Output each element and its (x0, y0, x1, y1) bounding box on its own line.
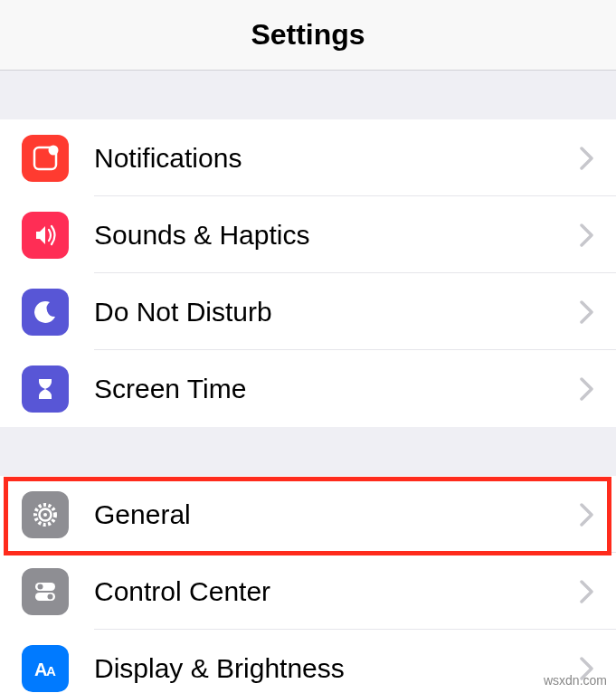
chevron-right-icon (580, 299, 594, 325)
row-do-not-disturb[interactable]: Do Not Disturb (0, 273, 616, 350)
toggle-icon (22, 568, 69, 615)
svg-point-6 (38, 584, 43, 589)
notifications-icon (22, 135, 69, 182)
gear-icon (22, 491, 69, 538)
row-label: Control Center (94, 576, 580, 607)
row-label: Display & Brightness (94, 653, 580, 684)
chevron-right-icon (580, 223, 594, 248)
row-screen-time[interactable]: Screen Time (0, 350, 616, 427)
svg-point-4 (43, 513, 47, 517)
svg-text:A: A (46, 663, 56, 679)
row-label: General (94, 499, 580, 530)
row-control-center[interactable]: Control Center (0, 553, 616, 630)
moon-icon (22, 289, 69, 336)
row-notifications[interactable]: Notifications (0, 119, 616, 196)
chevron-right-icon (580, 376, 594, 402)
settings-group-1: Notifications Sounds & Haptics Do Not Di… (0, 119, 616, 427)
chevron-right-icon (580, 502, 594, 527)
watermark: wsxdn.com (544, 673, 607, 688)
row-label: Notifications (94, 143, 580, 174)
row-label: Screen Time (94, 374, 580, 404)
chevron-right-icon (580, 146, 594, 171)
chevron-right-icon (580, 579, 594, 604)
page-title: Settings (251, 18, 365, 52)
svg-point-8 (48, 593, 53, 599)
section-spacer (0, 71, 616, 119)
hourglass-icon (22, 365, 69, 413)
row-sounds-haptics[interactable]: Sounds & Haptics (0, 196, 616, 273)
row-display-brightness[interactable]: A A Display & Brightness (0, 630, 616, 693)
row-general[interactable]: General (0, 476, 616, 553)
header: Settings (0, 0, 616, 71)
row-label: Do Not Disturb (94, 297, 580, 328)
settings-group-2: General Control Center A A Display (0, 476, 616, 693)
svg-point-1 (49, 145, 59, 155)
section-spacer (0, 427, 616, 476)
row-label: Sounds & Haptics (94, 220, 580, 251)
text-size-icon: A A (22, 645, 69, 692)
sounds-icon (22, 212, 69, 259)
